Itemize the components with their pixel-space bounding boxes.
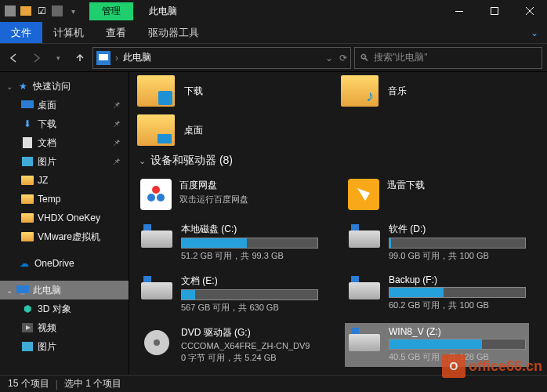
desktop-icon [20,99,34,111]
checkbox-icon[interactable]: ☑ [34,4,49,18]
sidebar-item[interactable]: JZ [0,171,129,190]
folder-icon [20,230,34,243]
drive-icon [140,223,173,256]
usage-bar [389,339,526,350]
sidebar-item[interactable]: VMware虚拟机 [0,227,129,246]
file-tab[interactable]: 文件 [0,22,42,43]
drive-item[interactable]: 文档 (E:) 567 GB 可用，共 630 GB [137,271,321,317]
folder-item[interactable]: 下载 [137,75,310,107]
ribbon-expand-icon[interactable]: ⌄ [522,22,547,43]
search-icon: 🔍︎ [360,53,369,64]
svg-rect-0 [5,5,16,16]
svg-point-16 [157,194,165,201]
folder-icon [137,114,175,146]
sidebar-item[interactable]: Temp [0,190,129,209]
folder-icon [341,75,379,107]
forward-button[interactable] [27,49,45,67]
svg-rect-4 [491,8,498,15]
navigation-pane[interactable]: ⌄ ★ 快速访问 桌面 📌︎ ⬇ 下载 📌︎ 文档 📌︎ 图片 📌︎ JZ Te… [0,72,129,375]
pin-icon: 📌︎ [112,100,121,110]
svg-rect-7 [23,137,32,148]
drive-item[interactable]: 本地磁盘 (C:) 51.2 GB 可用，共 99.3 GB [137,220,321,265]
folder-item[interactable]: 桌面 [137,114,310,146]
this-pc-node[interactable]: ⌄ 此电脑 [0,281,129,299]
usage-bar [389,238,526,249]
drive-tools-tab[interactable]: 驱动器工具 [137,22,210,43]
up-button[interactable] [71,49,89,67]
app-item[interactable]: 迅雷下载 [345,176,529,213]
app-icon [3,4,17,18]
watermark: O office66.cn [442,354,542,378]
pic-icon [20,155,34,168]
sidebar-item[interactable]: ⬇ 下载 📌︎ [0,114,129,133]
watermark-logo-icon: O [442,354,465,378]
chevron-down-icon[interactable]: ⌄ [6,82,13,91]
drive-icon [348,274,381,307]
view-tab[interactable]: 查看 [95,22,137,43]
cloud-icon: ☁ [17,257,31,270]
ribbon-tabs: 文件 计算机 查看 驱动器工具 ⌄ [0,22,547,44]
folder-icon[interactable] [19,4,33,18]
chevron-down-icon[interactable]: ⌄ [6,286,13,295]
refresh-icon[interactable]: ⟳ [339,53,347,64]
svg-rect-5 [99,54,108,60]
folder-item[interactable]: 音乐 [341,75,513,107]
quick-access-toolbar: ☑ ▾ [0,4,83,18]
quick-access-node[interactable]: ⌄ ★ 快速访问 [0,77,129,96]
sidebar-item[interactable]: ⬢ 3D 对象 [0,299,129,318]
svg-rect-2 [52,5,63,16]
minimize-button[interactable] [441,0,476,22]
folder-icon [20,212,34,224]
drive-item[interactable]: Backup (F:) 60.2 GB 可用，共 100 GB [345,271,529,317]
item-icon [20,321,34,334]
close-button[interactable] [512,0,547,22]
svg-rect-3 [455,11,463,12]
qat-more-icon[interactable]: ▾ [66,4,80,18]
this-pc-icon [96,51,110,65]
app-item[interactable]: 百度网盘 双击运行百度网盘 [137,176,321,213]
svg-rect-6 [21,100,34,108]
maximize-button[interactable] [476,0,512,22]
svg-rect-10 [20,293,25,295]
dropdown-icon[interactable] [50,4,64,18]
contextual-tab-group: 管理 [89,2,133,20]
computer-tab[interactable]: 计算机 [42,22,95,43]
drive-icon [140,274,173,307]
search-box[interactable]: 🔍︎ 搜索"此电脑" [354,47,542,69]
drive-item[interactable]: 软件 (D:) 99.0 GB 可用，共 100 GB [345,220,529,265]
address-dropdown-icon[interactable]: ⌄ [325,53,333,64]
sidebar-item[interactable]: VHDX OneKey [0,209,129,227]
devices-section-header[interactable]: ⌄ 设备和驱动器 (8) [139,154,539,168]
address-bar[interactable]: › 此电脑 ⌄ ⟳ [92,47,351,69]
onedrive-node[interactable]: ☁ OneDrive [0,254,129,273]
star-icon: ★ [16,80,30,93]
content-pane[interactable]: 下载 音乐 桌面 ⌄ 设备和驱动器 (8) 百度网盘 双击运行百度网盘 迅雷下载… [129,72,547,375]
drive-icon [348,326,381,359]
download-icon: ⬇ [20,118,34,130]
folder-icon [20,193,34,205]
pin-icon: 📌︎ [112,119,121,129]
svg-rect-1 [20,6,31,16]
svg-rect-8 [22,157,33,166]
drive-item[interactable]: DVD 驱动器 (G:) CCCOMA_X64FRE_ZH-CN_DV9 0 字… [137,323,321,367]
svg-point-15 [147,194,155,201]
sidebar-item[interactable]: 图片 [0,337,129,356]
folder-icon [20,174,34,187]
svg-point-18 [154,339,160,346]
item-icon: ⬢ [20,303,34,315]
window-title: 此电脑 [149,5,177,18]
pin-icon: 📌︎ [112,138,121,147]
back-button[interactable] [5,49,24,67]
sidebar-item[interactable]: 视频 [0,318,129,337]
sidebar-item[interactable]: 文档 📌︎ [0,133,129,152]
manage-context-label: 管理 [89,2,133,20]
recent-dropdown-icon[interactable]: ▾ [49,49,67,67]
sidebar-item[interactable]: 图片 📌︎ [0,152,129,171]
monitor-icon [16,284,30,296]
address-text: 此电脑 [123,51,151,64]
svg-rect-9 [16,285,29,293]
search-placeholder: 搜索"此电脑" [374,51,428,64]
usage-bar [181,289,318,300]
chevron-down-icon[interactable]: ⌄ [139,156,146,166]
sidebar-item[interactable]: 桌面 📌︎ [0,96,129,114]
